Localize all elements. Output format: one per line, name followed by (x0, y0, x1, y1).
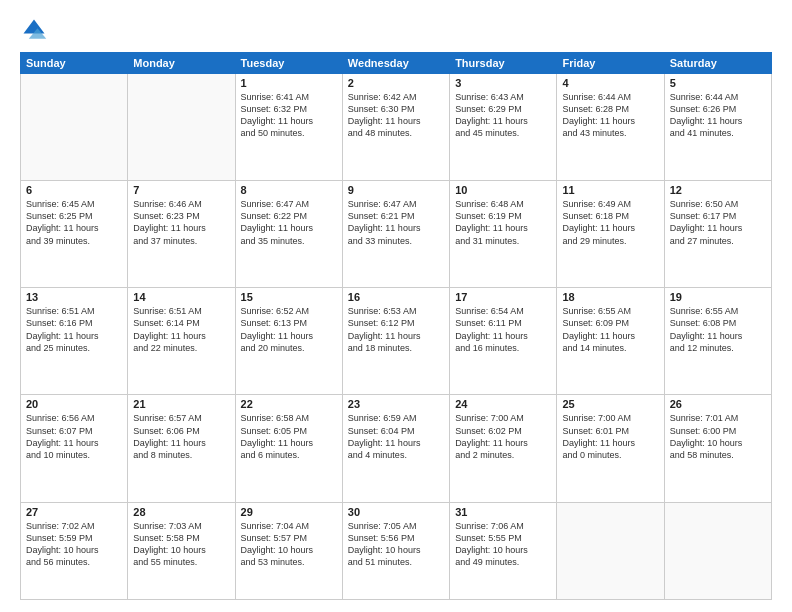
cell-line: Sunrise: 6:55 AM (562, 306, 631, 316)
weekday-header-tuesday: Tuesday (235, 53, 342, 74)
cell-line: Daylight: 11 hours (562, 116, 635, 126)
cell-line: and 45 minutes. (455, 128, 519, 138)
calendar-cell: 24Sunrise: 7:00 AMSunset: 6:02 PMDayligh… (450, 395, 557, 502)
cell-line: Sunrise: 6:42 AM (348, 92, 417, 102)
cell-line: Daylight: 11 hours (26, 223, 99, 233)
cell-content: Sunrise: 6:44 AMSunset: 6:28 PMDaylight:… (562, 91, 658, 140)
cell-line: and 6 minutes. (241, 450, 300, 460)
calendar-cell: 31Sunrise: 7:06 AMSunset: 5:55 PMDayligh… (450, 502, 557, 599)
cell-line: and 8 minutes. (133, 450, 192, 460)
cell-line: and 56 minutes. (26, 557, 90, 567)
cell-line: Sunset: 6:04 PM (348, 426, 415, 436)
cell-line: Daylight: 11 hours (562, 331, 635, 341)
cell-line: Sunset: 6:13 PM (241, 318, 308, 328)
cell-content: Sunrise: 6:42 AMSunset: 6:30 PMDaylight:… (348, 91, 444, 140)
header (20, 16, 772, 44)
cell-line: and 33 minutes. (348, 236, 412, 246)
calendar-week-5: 27Sunrise: 7:02 AMSunset: 5:59 PMDayligh… (21, 502, 772, 599)
calendar-cell: 23Sunrise: 6:59 AMSunset: 6:04 PMDayligh… (342, 395, 449, 502)
cell-content: Sunrise: 6:59 AMSunset: 6:04 PMDaylight:… (348, 412, 444, 461)
logo (20, 16, 52, 44)
calendar-cell: 28Sunrise: 7:03 AMSunset: 5:58 PMDayligh… (128, 502, 235, 599)
cell-line: and 37 minutes. (133, 236, 197, 246)
cell-line: Sunset: 6:32 PM (241, 104, 308, 114)
cell-line: Sunrise: 6:53 AM (348, 306, 417, 316)
cell-line: Daylight: 11 hours (670, 331, 743, 341)
cell-content: Sunrise: 6:46 AMSunset: 6:23 PMDaylight:… (133, 198, 229, 247)
cell-content: Sunrise: 6:45 AMSunset: 6:25 PMDaylight:… (26, 198, 122, 247)
cell-line: Daylight: 11 hours (241, 223, 314, 233)
cell-content: Sunrise: 6:57 AMSunset: 6:06 PMDaylight:… (133, 412, 229, 461)
cell-line: Sunrise: 7:06 AM (455, 521, 524, 531)
cell-line: Sunset: 6:00 PM (670, 426, 737, 436)
calendar-cell: 3Sunrise: 6:43 AMSunset: 6:29 PMDaylight… (450, 74, 557, 181)
cell-line: Sunrise: 7:00 AM (455, 413, 524, 423)
cell-line: Sunrise: 7:02 AM (26, 521, 95, 531)
day-number: 9 (348, 184, 444, 196)
cell-line: Sunset: 6:19 PM (455, 211, 522, 221)
calendar-cell: 26Sunrise: 7:01 AMSunset: 6:00 PMDayligh… (664, 395, 771, 502)
calendar-cell: 29Sunrise: 7:04 AMSunset: 5:57 PMDayligh… (235, 502, 342, 599)
cell-line: and 58 minutes. (670, 450, 734, 460)
cell-line: Daylight: 11 hours (562, 223, 635, 233)
calendar-cell: 25Sunrise: 7:00 AMSunset: 6:01 PMDayligh… (557, 395, 664, 502)
cell-line: and 31 minutes. (455, 236, 519, 246)
cell-line: Sunset: 5:59 PM (26, 533, 93, 543)
calendar-cell: 11Sunrise: 6:49 AMSunset: 6:18 PMDayligh… (557, 181, 664, 288)
cell-line: Sunset: 5:55 PM (455, 533, 522, 543)
cell-line: Daylight: 10 hours (26, 545, 99, 555)
cell-line: and 18 minutes. (348, 343, 412, 353)
calendar-cell (664, 502, 771, 599)
day-number: 16 (348, 291, 444, 303)
calendar-cell: 10Sunrise: 6:48 AMSunset: 6:19 PMDayligh… (450, 181, 557, 288)
calendar-cell (557, 502, 664, 599)
cell-line: Daylight: 11 hours (348, 223, 421, 233)
weekday-header-friday: Friday (557, 53, 664, 74)
day-number: 25 (562, 398, 658, 410)
cell-line: Sunrise: 6:45 AM (26, 199, 95, 209)
calendar-cell (21, 74, 128, 181)
cell-line: Daylight: 11 hours (562, 438, 635, 448)
day-number: 27 (26, 506, 122, 518)
cell-line: and 10 minutes. (26, 450, 90, 460)
cell-line: Sunrise: 6:44 AM (670, 92, 739, 102)
calendar-cell: 21Sunrise: 6:57 AMSunset: 6:06 PMDayligh… (128, 395, 235, 502)
cell-line: Daylight: 11 hours (26, 438, 99, 448)
day-number: 18 (562, 291, 658, 303)
cell-line: Daylight: 11 hours (455, 438, 528, 448)
weekday-header-saturday: Saturday (664, 53, 771, 74)
cell-line: Sunset: 6:22 PM (241, 211, 308, 221)
calendar-week-1: 1Sunrise: 6:41 AMSunset: 6:32 PMDaylight… (21, 74, 772, 181)
cell-line: Sunrise: 7:04 AM (241, 521, 310, 531)
cell-line: Daylight: 11 hours (455, 116, 528, 126)
cell-line: Daylight: 10 hours (670, 438, 743, 448)
cell-line: Sunrise: 6:43 AM (455, 92, 524, 102)
calendar-cell: 18Sunrise: 6:55 AMSunset: 6:09 PMDayligh… (557, 288, 664, 395)
cell-line: and 49 minutes. (455, 557, 519, 567)
cell-content: Sunrise: 7:04 AMSunset: 5:57 PMDaylight:… (241, 520, 337, 569)
cell-line: and 29 minutes. (562, 236, 626, 246)
day-number: 11 (562, 184, 658, 196)
cell-line: Daylight: 11 hours (455, 331, 528, 341)
cell-line: Sunset: 6:18 PM (562, 211, 629, 221)
cell-line: Sunset: 6:02 PM (455, 426, 522, 436)
cell-line: Sunset: 6:17 PM (670, 211, 737, 221)
cell-line: Daylight: 11 hours (348, 438, 421, 448)
cell-line: Sunrise: 6:57 AM (133, 413, 202, 423)
cell-line: Daylight: 11 hours (133, 438, 206, 448)
cell-line: Sunrise: 6:50 AM (670, 199, 739, 209)
calendar-cell: 6Sunrise: 6:45 AMSunset: 6:25 PMDaylight… (21, 181, 128, 288)
day-number: 19 (670, 291, 766, 303)
cell-line: Sunset: 6:07 PM (26, 426, 93, 436)
calendar-cell: 22Sunrise: 6:58 AMSunset: 6:05 PMDayligh… (235, 395, 342, 502)
cell-line: Sunset: 6:25 PM (26, 211, 93, 221)
day-number: 17 (455, 291, 551, 303)
calendar-cell: 20Sunrise: 6:56 AMSunset: 6:07 PMDayligh… (21, 395, 128, 502)
cell-content: Sunrise: 7:05 AMSunset: 5:56 PMDaylight:… (348, 520, 444, 569)
cell-line: Daylight: 10 hours (241, 545, 314, 555)
cell-line: and 55 minutes. (133, 557, 197, 567)
cell-content: Sunrise: 6:47 AMSunset: 6:22 PMDaylight:… (241, 198, 337, 247)
cell-line: Daylight: 11 hours (670, 116, 743, 126)
day-number: 2 (348, 77, 444, 89)
cell-line: and 51 minutes. (348, 557, 412, 567)
